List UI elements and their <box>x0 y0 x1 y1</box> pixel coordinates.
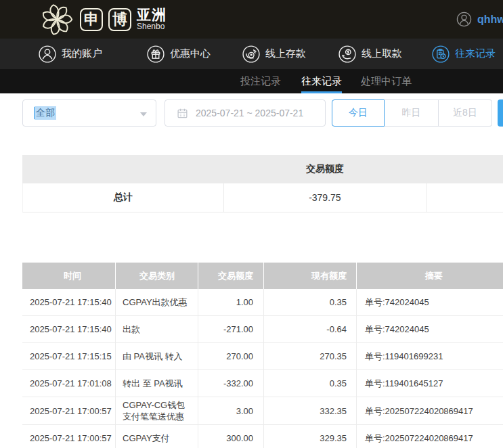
nav-item-withdrawal[interactable]: 线上取款 <box>338 39 402 69</box>
table-cell: CGPAY出款优惠 <box>116 289 198 315</box>
table-cell: 2025-07-21 17:15:40 <box>22 316 116 342</box>
table-cell: 2025-07-21 17:00:57 <box>22 397 116 424</box>
table-cell: 1.00 <box>198 289 264 315</box>
page: 申 博 亚洲 Shenbo qhhw 我的账户 <box>0 0 503 448</box>
table-cell: 单号:119401699231 <box>357 343 503 369</box>
clipboard-clock-icon <box>432 45 450 63</box>
nav-item-label: 线上取款 <box>362 47 402 60</box>
table-cell: CGPAY支付 <box>116 425 198 448</box>
tab-label: 投注记录 <box>240 75 281 88</box>
tab-bet-records[interactable]: 投注记录 <box>240 69 281 93</box>
logo-box-bo: 博 <box>108 8 131 31</box>
hand-coin-icon <box>242 45 260 63</box>
today-button[interactable]: 今日 <box>332 99 385 127</box>
table-cell: 单号:742024045 <box>357 289 503 315</box>
table-cell: 单号:742024045 <box>357 316 503 342</box>
table-cell: 2025-07-21 17:15:15 <box>22 343 116 369</box>
table-cell: -0.64 <box>264 316 357 342</box>
transactions-tbody: 2025-07-21 17:15:40CGPAY出款优惠1.000.35单号:7… <box>22 289 503 448</box>
nav-item-label: 优惠中心 <box>170 47 211 60</box>
calendar-icon <box>177 108 188 119</box>
gift-circle-icon <box>147 45 165 63</box>
nav-item-records[interactable]: 往来记录 <box>432 39 496 69</box>
user-avatar-icon <box>456 12 472 27</box>
table-cell: 由 PA视讯 转入 <box>116 343 198 369</box>
main-nav: 我的账户 优惠中心 线上存款 <box>0 39 503 69</box>
table-cell: -332.00 <box>198 370 264 397</box>
table-cell: 转出 至 PA视讯 <box>116 370 198 397</box>
logo-sub-text: Shenbo <box>137 22 167 31</box>
table-cell: -271.00 <box>198 316 264 342</box>
table-header-row: 时间 交易类别 交易额度 现有额度 摘要 <box>22 263 503 289</box>
summary-header-amount: 交易额度 <box>223 155 427 183</box>
user-account[interactable]: qhhw <box>456 0 503 39</box>
column-header-amount: 交易额度 <box>198 263 264 289</box>
date-range-value: 2025-07-21 ~ 2025-07-21 <box>196 108 303 118</box>
summary-total-label: 总计 <box>23 183 224 212</box>
nav-item-label: 我的账户 <box>62 47 102 60</box>
table-row: 2025-07-21 17:15:15由 PA视讯 转入270.00270.35… <box>22 343 503 370</box>
nav-item-label: 线上存款 <box>265 47 306 60</box>
column-header-remark: 摘要 <box>357 263 503 289</box>
summary-table: 交易额度 总计 -379.75 <box>22 155 503 212</box>
table-cell: 2025-07-21 17:15:40 <box>22 289 116 315</box>
logo-region-text: 亚洲 <box>137 7 167 22</box>
nav-item-label: 往来记录 <box>455 47 496 60</box>
table-cell: 单号:202507224020869417 <box>357 425 503 448</box>
quick-date-button-group: 今日 昨日 近8日 <box>332 99 492 127</box>
table-cell: CGPAY-CG钱包支付笔笔送优惠 <box>116 397 198 424</box>
column-header-balance: 现有额度 <box>264 263 357 289</box>
table-cell: 332.35 <box>264 397 357 424</box>
summary-total-value: -379.75 <box>224 183 427 212</box>
table-row: 2025-07-21 17:00:57CGPAY支付300.00329.35单号… <box>22 425 503 448</box>
table-row: 2025-07-21 17:00:57CGPAY-CG钱包支付笔笔送优惠3.00… <box>22 397 503 425</box>
topbar: 申 博 亚洲 Shenbo qhhw <box>0 0 503 39</box>
column-header-time: 时间 <box>22 263 116 289</box>
summary-total-row: 总计 -379.75 <box>22 183 503 212</box>
hand-dollar-icon <box>338 45 356 63</box>
transactions-table: 时间 交易类别 交易额度 现有额度 摘要 2025-07-21 17:15:40… <box>22 263 503 448</box>
summary-header-spacer <box>22 155 223 183</box>
table-cell: 2025-07-21 17:01:08 <box>22 370 116 397</box>
table-cell: 329.35 <box>264 425 357 448</box>
user-circle-icon <box>39 45 56 63</box>
table-cell: 单号:119401645127 <box>357 370 503 397</box>
summary-empty-cell <box>427 183 503 212</box>
column-header-type: 交易类别 <box>116 263 198 289</box>
tab-label: 往来记录 <box>301 75 342 88</box>
table-cell: 0.35 <box>264 370 357 397</box>
logo-wordmark: 亚洲 Shenbo <box>137 7 167 31</box>
table-cell: 270.35 <box>264 343 357 369</box>
username: qhhw <box>477 14 503 26</box>
nav-item-promotions[interactable]: 优惠中心 <box>147 39 211 69</box>
table-row: 2025-07-21 17:01:08转出 至 PA视讯-332.000.35单… <box>22 370 503 397</box>
summary-header-row: 交易额度 <box>22 155 503 183</box>
sub-nav: 投注记录 往来记录 处理中订单 <box>0 69 503 93</box>
yesterday-button[interactable]: 昨日 <box>385 99 439 127</box>
table-cell: 0.35 <box>264 289 357 315</box>
table-cell: 300.00 <box>198 425 264 448</box>
table-row: 2025-07-21 17:15:40CGPAY出款优惠1.000.35单号:7… <box>22 289 503 316</box>
tab-label: 处理中订单 <box>361 75 412 88</box>
nav-item-my-account[interactable]: 我的账户 <box>39 39 102 69</box>
last-8-days-button[interactable]: 近8日 <box>439 99 492 127</box>
nav-item-deposit[interactable]: 线上存款 <box>242 39 306 69</box>
table-row: 2025-07-21 17:15:40出款-271.00-0.64单号:7420… <box>22 316 503 343</box>
logo-box-shen: 申 <box>80 8 103 31</box>
table-cell: 2025-07-21 17:00:57 <box>22 425 116 448</box>
type-select-value: 全部 <box>35 106 56 120</box>
tab-transfer-records[interactable]: 往来记录 <box>301 69 342 93</box>
type-select[interactable]: 全部 <box>22 99 156 127</box>
table-cell: 3.00 <box>198 397 264 424</box>
tab-pending-orders[interactable]: 处理中订单 <box>361 69 412 93</box>
search-button[interactable] <box>498 99 503 127</box>
chevron-down-icon <box>140 112 147 116</box>
summary-header-spacer <box>427 155 503 183</box>
lotus-flower-icon <box>39 2 74 37</box>
table-cell: 单号:202507224020869417 <box>357 397 503 424</box>
brand-logo[interactable]: 申 博 亚洲 Shenbo <box>39 1 167 37</box>
date-range-input[interactable]: 2025-07-21 ~ 2025-07-21 <box>165 99 326 127</box>
table-cell: 270.00 <box>198 343 264 369</box>
table-cell: 出款 <box>116 316 198 342</box>
